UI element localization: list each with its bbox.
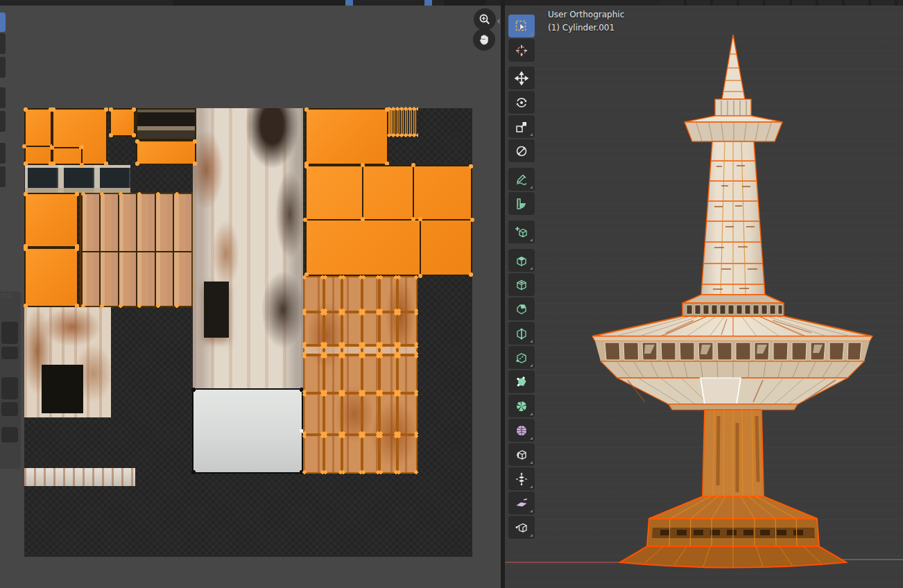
uv-grid-face[interactable]	[303, 393, 324, 435]
uv-grid-face[interactable]	[397, 312, 418, 345]
uv-grid-face[interactable]	[379, 435, 397, 474]
panel-button[interactable]	[1, 402, 18, 416]
uv-edge	[52, 147, 81, 148]
uv-grid-face[interactable]	[303, 435, 324, 474]
uv-tool-slot[interactable]	[0, 33, 6, 54]
uv-side-panel: :::: S	[0, 291, 21, 469]
blender-window: { "colors": { "uv_bg": "#474747", "viewp…	[0, 0, 903, 588]
texture-rust-door[interactable]	[24, 307, 111, 417]
uv-island-orange[interactable]	[24, 248, 78, 307]
zoom-in-button[interactable]	[474, 8, 496, 31]
uv-grid-face[interactable]	[362, 312, 379, 345]
uv-grid-face[interactable]	[379, 345, 397, 355]
uv-grid-face[interactable]	[342, 435, 362, 474]
uv-island-orange[interactable]	[24, 193, 78, 248]
header-segment	[444, 0, 485, 6]
header-blue-tab	[424, 0, 432, 6]
uv-active-tool-sliver[interactable]	[0, 12, 6, 32]
uv-canvas[interactable]	[24, 108, 472, 557]
uv-grid-face[interactable]	[397, 345, 418, 355]
uv-grid-face[interactable]	[342, 345, 362, 355]
viewport-3d[interactable]: User Orthographic (1) Cylinder.001	[505, 6, 903, 588]
uv-grid-face[interactable]	[362, 435, 379, 474]
uv-grid-face[interactable]	[324, 312, 342, 345]
panel-button[interactable]	[1, 427, 18, 442]
uv-tool-slot[interactable]	[0, 87, 6, 108]
uv-grid-face[interactable]	[342, 355, 362, 393]
panel-drag-dots-icon[interactable]: ::::	[2, 293, 12, 299]
uv-grid-face[interactable]	[342, 312, 362, 345]
uv-grid-face[interactable]	[379, 312, 397, 345]
uv-island-orange[interactable]	[24, 108, 52, 165]
uv-grid-face[interactable]	[342, 393, 362, 435]
uv-edge	[413, 165, 414, 219]
uv-grid-face[interactable]	[362, 355, 379, 393]
uv-tool-slot[interactable]	[0, 57, 6, 78]
panel-button[interactable]	[1, 322, 18, 344]
texture-rust-pipe[interactable]	[193, 108, 303, 388]
texture-window-strip[interactable]	[136, 108, 196, 140]
uv-grid-face[interactable]	[303, 355, 324, 393]
uv-edge	[81, 147, 83, 165]
uv-grid-face[interactable]	[324, 355, 342, 393]
uv-grid-face[interactable]	[379, 393, 397, 435]
magnifier-plus-icon	[479, 13, 491, 26]
uv-grid-face[interactable]	[324, 393, 342, 435]
uv-island-strips[interactable]	[80, 193, 193, 307]
uv-edge	[24, 146, 52, 147]
uv-editor-panel: :::: S ‹	[0, 6, 501, 588]
hand-icon	[478, 33, 490, 46]
uv-grid-face[interactable]	[397, 355, 418, 393]
uv-island-orange[interactable]	[110, 108, 135, 137]
texture-rust-strip[interactable]	[24, 468, 135, 486]
uv-island-orange[interactable]	[305, 108, 388, 165]
uv-active-face-gray[interactable]	[192, 388, 303, 474]
uv-island-orange[interactable]	[136, 140, 196, 165]
uv-grid-face[interactable]	[324, 435, 342, 474]
uv-grid-face[interactable]	[397, 276, 418, 312]
uv-edge	[81, 251, 191, 252]
uv-grid-face[interactable]	[362, 276, 379, 312]
uv-grid-face[interactable]	[303, 345, 324, 355]
pan-button[interactable]	[473, 28, 495, 51]
uv-island-stripe-bundle[interactable]	[388, 108, 417, 136]
uv-grid-face[interactable]	[303, 276, 324, 312]
uv-tool-slot[interactable]	[0, 166, 6, 187]
uv-island-orange[interactable]	[52, 108, 108, 165]
uv-grid-face[interactable]	[379, 276, 397, 312]
uv-grid-face[interactable]	[379, 355, 397, 393]
uv-grid-face[interactable]	[397, 435, 418, 474]
uv-grid-face[interactable]	[324, 345, 342, 355]
uv-edge	[305, 219, 472, 220]
tower-model[interactable]	[505, 6, 903, 588]
cropped-header-strip	[0, 0, 903, 6]
texture-windows-row[interactable]	[25, 165, 130, 193]
panel-button[interactable]	[1, 347, 18, 359]
uv-grid-face[interactable]	[362, 393, 379, 435]
uv-grid-face[interactable]	[362, 345, 379, 355]
uv-tool-slot[interactable]	[0, 111, 6, 132]
uv-island-grid[interactable]	[303, 276, 418, 474]
uv-tool-slot[interactable]	[0, 143, 6, 164]
uv-edge	[420, 219, 421, 276]
header-blue-tab	[345, 0, 353, 6]
uv-grid-face[interactable]	[303, 312, 324, 345]
header-segment	[173, 0, 347, 6]
uv-grid-face[interactable]	[342, 276, 362, 312]
uv-edge	[362, 165, 363, 219]
uv-grid-face[interactable]	[397, 393, 418, 435]
uv-grid-face[interactable]	[324, 276, 342, 312]
header-segments	[660, 0, 903, 6]
panel-button[interactable]	[1, 377, 18, 399]
uv-island-orange-large[interactable]	[305, 165, 472, 276]
